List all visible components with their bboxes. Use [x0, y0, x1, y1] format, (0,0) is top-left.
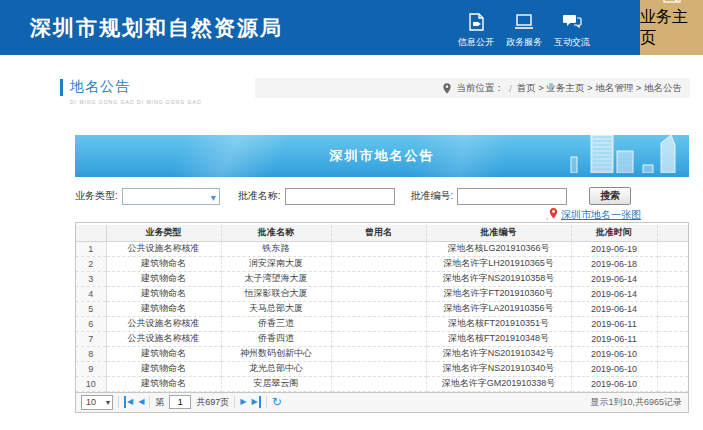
- cell-business-type: 建筑物命名: [106, 301, 221, 316]
- cell-business-type: 公共设施名称核准: [106, 331, 221, 346]
- cell-approved-name: 侨香三道: [221, 316, 331, 331]
- cell-approval-number: 深地名许字NS201910342号: [426, 346, 571, 361]
- cell-former-name: [331, 331, 426, 346]
- approval-number-input[interactable]: [457, 188, 567, 205]
- cell-approval-number: 深地名核FT201910348号: [426, 331, 571, 346]
- page-size-select[interactable]: 10 ▾: [81, 395, 113, 410]
- cell-gutter: [657, 301, 688, 316]
- cell-gutter: [657, 376, 688, 391]
- cell-approval-date: 2019-06-10: [571, 361, 657, 376]
- chevron-down-icon: ▾: [106, 396, 110, 409]
- table-row[interactable]: 3 建筑物命名 太子湾望海大厦 深地名许字NS201910358号 2019-0…: [76, 271, 688, 286]
- results-table-wrap: 业务类型 批准名称 曾用名 批准编号 批准时间 1 公共设施名称核准 铁东路: [75, 222, 689, 393]
- cell-business-type: 公共设施名称核准: [106, 241, 221, 256]
- cell-approval-date: 2019-06-18: [571, 256, 657, 271]
- pagination-bar: 10 ▾ ◀ ◀ 第 共697页 ▶ ▶ ↻ 显示1到10,共6965记录: [75, 393, 689, 413]
- table-body: 1 公共设施名称核准 铁东路 深地名核LG201910366号 2019-06-…: [76, 241, 688, 391]
- cell-former-name: [331, 376, 426, 391]
- table-row[interactable]: 7 公共设施名称核准 侨香四道 深地名核FT201910348号 2019-06…: [76, 331, 688, 346]
- table-row[interactable]: 1 公共设施名称核准 铁东路 深地名核LG201910366号 2019-06-…: [76, 241, 688, 256]
- page-title-pinyin: DI MING GONG GAO DI MING GONG GAO: [70, 99, 202, 105]
- chat-icon: [562, 11, 582, 33]
- cell-approval-date: 2019-06-19: [571, 241, 657, 256]
- cell-former-name: [331, 271, 426, 286]
- table-row[interactable]: 2 建筑物命名 润安深南大厦 深地名许字LH201910365号 2019-06…: [76, 256, 688, 271]
- city-map-link[interactable]: 深圳市地名一张图: [561, 208, 641, 222]
- nav-item-label: 互动交流: [554, 36, 590, 49]
- nav-item-interaction[interactable]: 互动交流: [548, 0, 596, 55]
- chevron-down-icon: ▾: [211, 190, 216, 205]
- site-title: 深圳市规划和自然资源局: [30, 0, 283, 55]
- cell-business-type: 建筑物命名: [106, 376, 221, 391]
- approved-name-input[interactable]: [285, 188, 395, 205]
- table-row[interactable]: 8 建筑物命名 神州数码创新中心 深地名许字NS201910342号 2019-…: [76, 346, 688, 361]
- divider: [149, 396, 150, 408]
- last-page-button[interactable]: ▶: [252, 396, 261, 408]
- table-row[interactable]: 9 建筑物命名 龙光总部中心 深地名许字NS201910340号 2019-06…: [76, 361, 688, 376]
- prev-page-button[interactable]: ◀: [138, 396, 144, 408]
- table-row[interactable]: 4 建筑物命名 恒深影联合大厦 深地名许字FT201910360号 2019-0…: [76, 286, 688, 301]
- refresh-icon[interactable]: ↻: [272, 396, 282, 408]
- row-index: 4: [76, 286, 106, 301]
- cell-gutter: [657, 271, 688, 286]
- cell-gutter: [657, 241, 688, 256]
- next-page-button[interactable]: ▶: [240, 396, 246, 408]
- table-row[interactable]: 5 建筑物命名 天马总部大厦 深地名许字LA201910356号 2019-06…: [76, 301, 688, 316]
- first-page-button[interactable]: ◀: [124, 396, 133, 408]
- cell-approval-number: 深地名许字FT201910360号: [426, 286, 571, 301]
- cell-approval-number: 深地名许字NS201910340号: [426, 361, 571, 376]
- announcement-panel: 深圳市地名公告 业务类型: ▾ 批准名称: 批准编号: 搜索 深圳市地名一张图: [75, 135, 689, 413]
- cell-gutter: [657, 286, 688, 301]
- cell-business-type: 建筑物命名: [106, 346, 221, 361]
- nav-item-label: 政务服务: [506, 36, 542, 49]
- col-header-business-type: 业务类型: [106, 225, 221, 241]
- row-index: 8: [76, 346, 106, 361]
- col-header-former-name: 曾用名: [331, 225, 426, 241]
- row-index: 1: [76, 241, 106, 256]
- nav-item-info-disclosure[interactable]: 信息公开: [452, 0, 500, 55]
- cell-gutter: [657, 361, 688, 376]
- table-row[interactable]: 10 建筑物命名 安居翠云阁 深地名许字GM201910338号 2019-06…: [76, 376, 688, 391]
- row-index: 2: [76, 256, 106, 271]
- cell-business-type: 建筑物命名: [106, 256, 221, 271]
- cell-former-name: [331, 301, 426, 316]
- page-number-input[interactable]: [169, 395, 191, 409]
- cell-approval-number: 深地名核FT201910351号: [426, 316, 571, 331]
- filter-bar: 业务类型: ▾ 批准名称: 批准编号: 搜索: [75, 186, 689, 206]
- breadcrumb-prefix: 当前位置：: [456, 82, 504, 95]
- col-header-gutter: [657, 225, 688, 241]
- map-link-row: 深圳市地名一张图: [75, 207, 689, 222]
- cell-approval-date: 2019-06-10: [571, 346, 657, 361]
- cell-approval-date: 2019-06-14: [571, 286, 657, 301]
- nav-item-label: 信息公开: [458, 36, 494, 49]
- cell-former-name: [331, 241, 426, 256]
- cell-gutter: [657, 256, 688, 271]
- nav-item-label: 业务主页: [640, 7, 703, 49]
- divider: [234, 396, 235, 408]
- pagination-controls: 10 ▾ ◀ ◀ 第 共697页 ▶ ▶ ↻: [76, 395, 590, 410]
- cell-former-name: [331, 346, 426, 361]
- business-type-select[interactable]: ▾: [122, 188, 220, 205]
- nav-item-business-home[interactable]: 业务主页: [640, 0, 703, 55]
- nav-item-gov-services[interactable]: 政务服务: [500, 0, 548, 55]
- cell-approved-name: 天马总部大厦: [221, 301, 331, 316]
- cell-former-name: [331, 316, 426, 331]
- table-header-row: 业务类型 批准名称 曾用名 批准编号 批准时间: [76, 225, 688, 241]
- row-index: 9: [76, 361, 106, 376]
- cell-approval-date: 2019-06-14: [571, 301, 657, 316]
- search-button[interactable]: 搜索: [589, 187, 631, 205]
- cell-former-name: [331, 256, 426, 271]
- col-header-approval-number: 批准编号: [426, 225, 571, 241]
- cell-gutter: [657, 346, 688, 361]
- section-accent-bar: [60, 79, 63, 96]
- cell-approval-date: 2019-06-11: [571, 316, 657, 331]
- red-pin-icon: [546, 208, 559, 222]
- site-header: 深圳市规划和自然资源局 信息公开 政务服务 互动交流: [0, 0, 703, 55]
- cell-approval-number: 深地名许字GM201910338号: [426, 376, 571, 391]
- cell-approved-name: 神州数码创新中心: [221, 346, 331, 361]
- location-pin-icon: [443, 83, 451, 94]
- row-index: 10: [76, 376, 106, 391]
- cell-former-name: [331, 286, 426, 301]
- breadcrumb-path[interactable]: 首页 > 业务主页 > 地名管理 > 地名公告: [517, 82, 682, 95]
- table-row[interactable]: 6 公共设施名称核准 侨香三道 深地名核FT201910351号 2019-06…: [76, 316, 688, 331]
